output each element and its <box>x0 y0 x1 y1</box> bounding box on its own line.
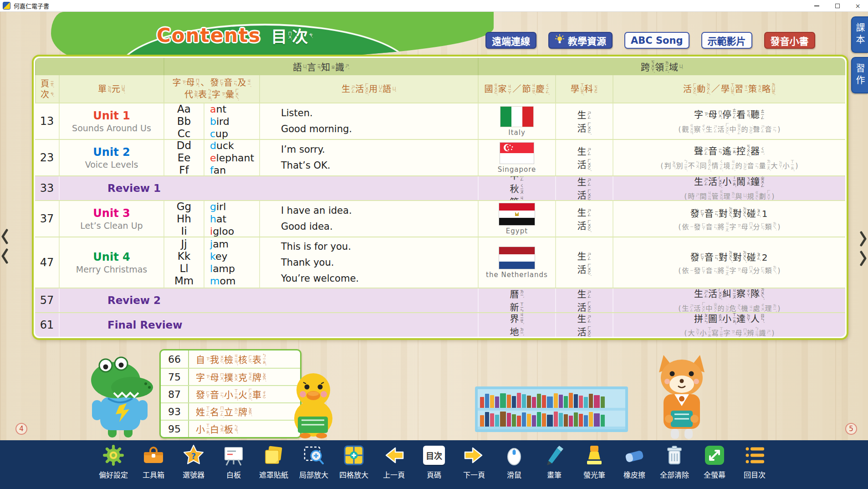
toc-row-unit-37[interactable]: 37Unit 3Let’s Clean UpGgHhIigirlhatigloo… <box>35 200 845 237</box>
toolbar-item-fullscreen[interactable]: 全螢幕 <box>698 443 731 480</box>
review-title: Final Review <box>107 319 182 331</box>
book-spine <box>527 396 531 408</box>
title-bar: 何嘉仁電子書 × <box>0 0 868 12</box>
letters-cell: JjKkLlMm <box>163 237 204 288</box>
extras-row-93[interactable]: 93姓ㄒㄧㄥˋ名ㄇㄧㄥˊ立ㄌㄧˋ牌ㄆㄞˊ <box>161 402 300 420</box>
svg-text:?: ? <box>191 451 196 461</box>
prev-page-edge-arrows[interactable] <box>1 228 9 268</box>
teaching-resources-button[interactable]: 教學資源 <box>548 32 613 49</box>
toolbar-item-quad-zoom[interactable]: 四格放大 <box>337 443 370 480</box>
toc-row-unit-13[interactable]: 13Unit 1Sounds Around UsAaBbCcantbirdcup… <box>35 103 845 139</box>
toolbar-item-arrow-right[interactable]: 下一頁 <box>458 443 490 480</box>
activity-title: 生ㄕㄥ活ㄏㄨㄛˊ小ㄒㄧㄠˇ鬧ㄋㄠˋ鐘ㄓㄨㄥ <box>694 176 765 188</box>
star-question-icon: ? <box>183 443 204 468</box>
review-title-cell: Final Review <box>59 313 478 337</box>
activity-cell: 發ㄈㄚ音ㄧㄣ對ㄉㄨㄟˋ對ㄉㄨㄟˋ碰ㄆㄥˋ1(依ㄧ發ㄈㄚ音ㄧㄣ將ㄐㄧㄤ字ㄗˋ母ㄇㄨ… <box>613 201 845 237</box>
abc-song-button[interactable]: ABC Song <box>624 32 689 49</box>
toc-row-review-57[interactable]: 57Review 2農ㄋㄨㄥˊ曆ㄌㄧˋ新ㄒㄧㄣ年ㄋㄧㄢˊ生ㄕㄥ活ㄏㄨㄛˊ生ㄕㄥ活… <box>35 288 845 312</box>
toolbar-item-mouse[interactable]: 滑鼠 <box>498 443 531 480</box>
extras-page-number: 93 <box>161 403 189 420</box>
left-page-number-value: 4 <box>19 425 24 433</box>
book-spine <box>495 396 499 408</box>
top-button-row: 遠端連線教學資源ABC Song示範影片發音小書 <box>485 32 815 49</box>
toolbar-item-label: 畫筆 <box>547 469 562 480</box>
toolbar-item-label: 上一頁 <box>383 469 405 480</box>
whiteboard-icon <box>223 443 245 468</box>
group-header-language: 語ㄩˇ言ㄧㄢˊ知ㄓ識ㄕˋ <box>163 58 478 75</box>
toolbar-item-label: 遮罩貼紙 <box>259 469 288 480</box>
keywords-cell: jamkeylampmom <box>204 237 259 288</box>
toolbar-item-partial-zoom[interactable]: 局部放大 <box>297 443 330 480</box>
extras-page-number: 95 <box>161 421 189 437</box>
extras-row-95[interactable]: 95小ㄒㄧㄠˇ白ㄅㄞˊ板ㄅㄢˇ <box>161 420 300 437</box>
close-button[interactable]: × <box>848 0 868 11</box>
extras-label: 自ㄗˋ我ㄨㄛˇ檢ㄐㄧㄢˇ核ㄏㄜˊ表ㄅㄧㄠˇ <box>189 353 266 366</box>
page-number-box: 目次 <box>423 446 445 465</box>
activity-title: 聲ㄕㄥ音ㄧㄣ遙ㄧㄠˊ控ㄎㄨㄥˋ器ㄑㄧˋ <box>694 144 765 157</box>
maximize-icon <box>835 4 840 8</box>
col-header-subject: 學ㄒㄩㄝˊ科ㄎㄜ <box>555 75 613 103</box>
page-number-cell: 23 <box>35 140 59 175</box>
phrases-cell: I’m sorry.That’s OK. <box>259 140 478 175</box>
toolbar-item-label: 橡皮擦 <box>623 469 645 480</box>
remote-connection-button[interactable]: 遠端連線 <box>485 32 536 49</box>
extras-row-66[interactable]: 66自ㄗˋ我ㄨㄛˇ檢ㄐㄧㄢˇ核ㄏㄜˊ表ㄅㄧㄠˇ <box>161 350 300 368</box>
country-festival-cell: 農ㄋㄨㄥˊ曆ㄌㄧˋ新ㄒㄧㄣ年ㄋㄧㄢˊ <box>478 288 555 312</box>
group-header-crossdomain: 跨ㄎㄨㄚˋ領ㄌㄧㄥˇ域ㄩˋ <box>478 58 845 75</box>
toolbar-item-star-question[interactable]: ?選號器 <box>177 443 210 480</box>
toolbar-item-gear[interactable]: 偏好設定 <box>97 443 130 480</box>
extras-page-number: 75 <box>161 369 189 385</box>
activity-title: 拼ㄆㄧㄣ圖ㄊㄨˊ小ㄒㄧㄠˇ達ㄉㄚˊ人ㄖㄣˊ <box>694 313 765 325</box>
toolbar-item-sticker[interactable]: 遮罩貼紙 <box>257 443 290 480</box>
toc-row-unit-47[interactable]: 47Unit 4Merry ChristmasJjKkLlMmjamkeylam… <box>35 237 845 288</box>
toolbar-item-toolbox[interactable]: 工具箱 <box>137 443 170 480</box>
extras-row-87[interactable]: 87發ㄈㄚ音ㄧㄣ小ㄒㄧㄠˇ火ㄏㄨㄛˇ車ㄔㄜ <box>161 385 300 402</box>
book-spine <box>500 412 506 427</box>
activity-note: (時ㄕˊ間ㄐㄧㄢ管ㄍㄨㄢˇ理ㄌㄧˇ與ㄩˇ規ㄍㄨㄟ劃ㄏㄨㄚˋ) <box>684 189 776 200</box>
page-number-cell: 33 <box>35 176 59 200</box>
crocodile-mascot-icon <box>87 355 157 440</box>
minimize-button[interactable] <box>807 0 827 11</box>
toc-row-unit-23[interactable]: 23Unit 2Voice LevelsDdEeFfduckelephantfa… <box>35 139 845 175</box>
demo-video-button[interactable]: 示範影片 <box>701 32 752 49</box>
activity-note: (依ㄧ發ㄈㄚ音ㄧㄣ將ㄐㄧㄤ字ㄗˋ母ㄇㄨˇ分ㄈㄣ類ㄌㄟˋ) <box>678 221 781 231</box>
gear-icon <box>102 443 124 468</box>
textbook-tab[interactable]: 課本 <box>851 16 868 53</box>
keywords-cell: duckelephantfan <box>204 140 259 175</box>
toolbar-item-trash[interactable]: 全部清除 <box>658 443 691 480</box>
col-header-country: 國ㄍㄨㄛˊ家ㄐㄧㄚ／節ㄐㄧㄝˊ慶ㄑㄧㄥˋ <box>478 75 555 103</box>
remote-connection-button-label: 遠端連線 <box>492 34 530 47</box>
extras-row-75[interactable]: 75字ㄗˋ母ㄇㄨˇ撲ㄆㄨ克ㄎㄜˋ牌ㄆㄞˊ <box>161 368 300 385</box>
next-page-edge-arrows[interactable] <box>859 230 867 270</box>
toolbar-item-menu-list[interactable]: 回目次 <box>738 443 771 480</box>
toc-row-review-33[interactable]: 33Review 1中ㄓㄨㄥ秋ㄑㄧㄡ節ㄐㄧㄝˊ生ㄕㄥ活ㄏㄨㄛˊ生ㄕㄥ活ㄏㄨㄛˊ小… <box>35 175 845 200</box>
col-header-page: 頁ㄧㄝˋ次ㄘˋ <box>35 75 59 103</box>
toc-table: 語ㄩˇ言ㄧㄢˊ知ㄓ識ㄕˋ跨ㄎㄨㄚˋ領ㄌㄧㄥˇ域ㄩˋ頁ㄧㄝˋ次ㄘˋ單ㄉㄢ元ㄩㄢˊ字… <box>32 55 848 340</box>
unit-subtitle: Let’s Clean Up <box>80 221 143 231</box>
maximize-button[interactable] <box>827 0 848 11</box>
toolbar-item-pen[interactable]: 畫筆 <box>538 443 571 480</box>
contents-title-zh: 目ㄇㄨˋ次ㄘˋ <box>271 24 313 47</box>
page-number-cell: 61 <box>35 313 59 337</box>
book-spine <box>532 397 536 408</box>
col-header-unit: 單ㄉㄢ元ㄩㄢˊ <box>59 75 163 103</box>
book-spine <box>579 414 583 427</box>
subject-cell: 生ㄕㄥ活ㄏㄨㄛˊ <box>555 288 613 312</box>
book-spine <box>559 395 563 408</box>
subject-cell: 生ㄕㄥ活ㄏㄨㄛˊ <box>555 237 613 288</box>
unit-subtitle: Sounds Around Us <box>72 123 151 133</box>
activity-note: (觀ㄍㄨㄢ察ㄔㄚˊ生ㄕㄥ活ㄏㄨㄛˊ中ㄓㄨㄥ的˙ㄉㄜ聲ㄕㄥ音ㄧㄣ) <box>678 122 781 135</box>
toolbar-item-arrow-left[interactable]: 上一頁 <box>378 443 410 480</box>
toolbar-item-eraser[interactable]: 橡皮擦 <box>618 443 651 480</box>
toolbar-item-whiteboard[interactable]: 白板 <box>217 443 250 480</box>
arrow-right-icon <box>463 443 485 468</box>
toolbar-item-page-number-box[interactable]: 目次頁碼 <box>418 443 450 480</box>
subject-cell: 生ㄕㄥ活ㄏㄨㄛˊ <box>555 103 613 139</box>
activity-title: 字ㄗˋ母ㄇㄨˇ停ㄊㄧㄥˊ看ㄎㄢˋ聽ㄊㄧㄥ <box>694 108 765 121</box>
workbook-tab[interactable]: 習作 <box>851 57 868 93</box>
phonics-booklet-button[interactable]: 發音小書 <box>764 32 815 49</box>
toc-row-review-61[interactable]: 61Final Review世ㄕˋ界ㄐㄧㄝˋ地ㄉㄧˋ圖ㄊㄨˊ生ㄕㄥ活ㄏㄨㄛˊ拼ㄆ… <box>35 312 845 337</box>
bookshelf-shelf <box>478 392 625 411</box>
book-spine <box>569 393 573 408</box>
toolbar-item-highlighter[interactable]: 螢光筆 <box>578 443 611 480</box>
